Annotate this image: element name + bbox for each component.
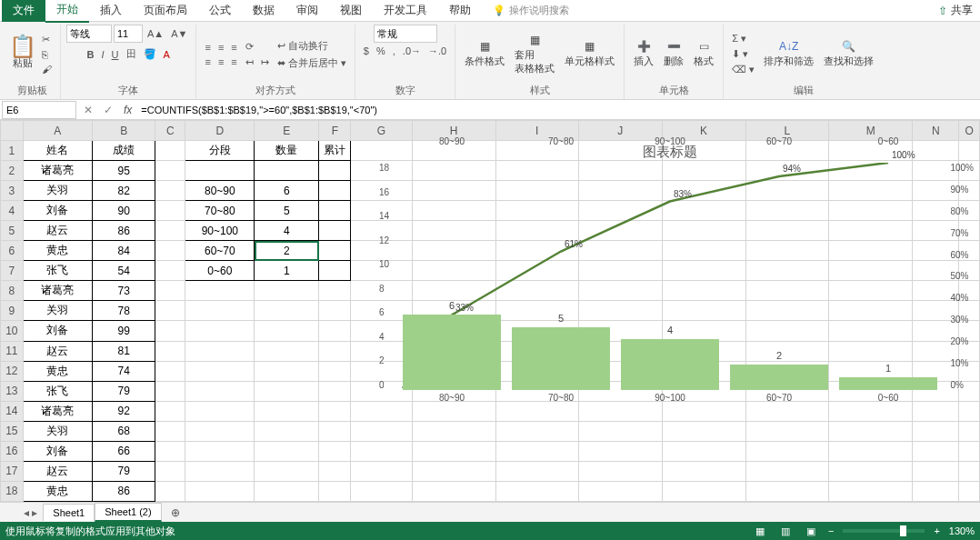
add-sheet[interactable]: ⊕ xyxy=(162,506,189,519)
cell-H5[interactable] xyxy=(412,221,495,241)
cell-D5[interactable]: 90~100 xyxy=(185,221,255,241)
cell-J11[interactable] xyxy=(578,341,662,361)
sheet-nav[interactable]: ◂ ▸ xyxy=(18,506,43,519)
cell-I5[interactable] xyxy=(495,221,578,241)
cell-M16[interactable] xyxy=(829,441,913,461)
cell-A5[interactable]: 赵云 xyxy=(23,221,92,241)
cell-I7[interactable] xyxy=(495,261,578,281)
cell-B11[interactable]: 81 xyxy=(93,341,155,361)
row-header-1[interactable]: 1 xyxy=(1,141,24,161)
border[interactable]: 田 xyxy=(124,46,139,62)
cell-B6[interactable]: 84 xyxy=(93,241,155,261)
cell-A16[interactable]: 刘备 xyxy=(23,441,92,461)
cell-E4[interactable]: 5 xyxy=(255,201,319,221)
cell-L5[interactable] xyxy=(745,221,829,241)
cell-K1[interactable] xyxy=(662,141,745,161)
cell-H12[interactable] xyxy=(412,361,495,381)
cell-K3[interactable] xyxy=(662,181,745,201)
cell-I17[interactable] xyxy=(495,461,578,481)
left-align[interactable]: ≡ xyxy=(202,55,213,68)
right-align[interactable]: ≡ xyxy=(228,55,239,68)
row-header-13[interactable]: 13 xyxy=(1,381,24,401)
tell-me[interactable]: 💡操作说明搜索 xyxy=(493,4,569,17)
cell-E13[interactable] xyxy=(255,381,319,401)
cell-E16[interactable] xyxy=(255,441,319,461)
cell-styles[interactable]: ▦单元格样式 xyxy=(561,38,618,70)
cell-O14[interactable] xyxy=(959,401,980,421)
cell-A9[interactable]: 关羽 xyxy=(23,301,92,321)
cell-J8[interactable] xyxy=(578,281,662,301)
cell-I1[interactable] xyxy=(495,141,578,161)
cell-B18[interactable]: 86 xyxy=(93,481,155,501)
cell-F8[interactable] xyxy=(319,281,351,301)
cell-B4[interactable]: 90 xyxy=(93,201,155,221)
tab-view[interactable]: 视图 xyxy=(329,0,373,22)
insert-cells[interactable]: ➕插入 xyxy=(630,38,657,70)
cell-M8[interactable] xyxy=(829,281,913,301)
cell-L9[interactable] xyxy=(745,301,829,321)
cell-C5[interactable] xyxy=(155,221,185,241)
cell-M1[interactable] xyxy=(829,141,913,161)
cell-N11[interactable] xyxy=(913,341,959,361)
cell-K11[interactable] xyxy=(662,341,745,361)
cell-I18[interactable] xyxy=(495,481,578,501)
cell-H1[interactable] xyxy=(412,141,495,161)
cell-F9[interactable] xyxy=(319,301,351,321)
cell-M5[interactable] xyxy=(829,221,913,241)
sheet-tab-1[interactable]: Sheet1 xyxy=(43,504,95,521)
zoom-in[interactable]: + xyxy=(934,525,939,536)
cancel-btn[interactable]: ✕ xyxy=(78,104,98,116)
cell-A7[interactable]: 张飞 xyxy=(23,261,92,281)
row-header-3[interactable]: 3 xyxy=(1,181,24,201)
cell-C18[interactable] xyxy=(155,481,185,501)
cell-O18[interactable] xyxy=(959,481,980,501)
cell-L14[interactable] xyxy=(745,401,829,421)
cell-G18[interactable] xyxy=(351,481,412,501)
share-button[interactable]: ⇧共享 xyxy=(931,1,980,20)
tab-home[interactable]: 开始 xyxy=(45,0,89,23)
clear[interactable]: ⌫ ▾ xyxy=(729,63,757,76)
cell-I11[interactable] xyxy=(495,341,578,361)
cell-E10[interactable] xyxy=(255,321,319,341)
cell-A3[interactable]: 关羽 xyxy=(23,181,92,201)
cell-G10[interactable] xyxy=(351,321,412,341)
cell-C14[interactable] xyxy=(155,401,185,421)
cell-I9[interactable] xyxy=(495,301,578,321)
cell-K14[interactable] xyxy=(662,401,745,421)
cell-O8[interactable] xyxy=(959,281,980,301)
cell-I16[interactable] xyxy=(495,441,578,461)
cell-B9[interactable]: 78 xyxy=(93,301,155,321)
cell-F1[interactable]: 累计 xyxy=(319,141,351,161)
dec-inc[interactable]: .0→ xyxy=(400,45,424,57)
cell-D9[interactable] xyxy=(185,301,255,321)
cell-K12[interactable] xyxy=(662,361,745,381)
cell-G3[interactable] xyxy=(351,181,412,201)
cell-M15[interactable] xyxy=(829,421,913,441)
cell-G8[interactable] xyxy=(351,281,412,301)
cell-A1[interactable]: 姓名 xyxy=(23,141,92,161)
cell-D3[interactable]: 80~90 xyxy=(185,181,255,201)
cell-M2[interactable] xyxy=(829,161,913,181)
cell-C4[interactable] xyxy=(155,201,185,221)
format-cells[interactable]: ▭格式 xyxy=(690,38,717,70)
cell-C2[interactable] xyxy=(155,161,185,181)
col-header-K[interactable]: K xyxy=(662,121,745,141)
cell-G6[interactable] xyxy=(351,241,412,261)
cell-D16[interactable] xyxy=(185,441,255,461)
cell-K2[interactable] xyxy=(662,161,745,181)
cell-C16[interactable] xyxy=(155,441,185,461)
cell-I4[interactable] xyxy=(495,201,578,221)
cell-E5[interactable]: 4 xyxy=(255,221,319,241)
cell-E15[interactable] xyxy=(255,421,319,441)
cell-N8[interactable] xyxy=(913,281,959,301)
cell-N5[interactable] xyxy=(913,221,959,241)
cell-N7[interactable] xyxy=(913,261,959,281)
cell-I13[interactable] xyxy=(495,381,578,401)
grow-font[interactable]: A▲ xyxy=(145,27,166,40)
cell-D14[interactable] xyxy=(185,401,255,421)
row-header-16[interactable]: 16 xyxy=(1,441,24,461)
cell-C11[interactable] xyxy=(155,341,185,361)
cell-G13[interactable] xyxy=(351,381,412,401)
cell-N2[interactable] xyxy=(913,161,959,181)
find-select[interactable]: 🔍查找和选择 xyxy=(820,38,877,70)
